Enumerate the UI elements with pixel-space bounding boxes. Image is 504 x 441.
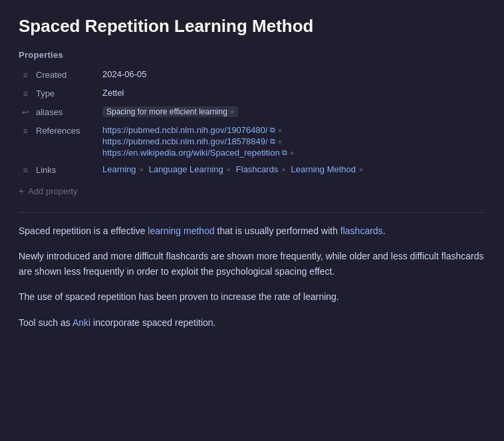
page-title: Spaced Repetition Learning Method [19,16,485,37]
reference-link-1[interactable]: https://pubmed.ncbi.nlm.nih.gov/19076480… [102,125,268,135]
link-flashcards[interactable]: Flashcards [236,164,279,174]
external-icon-3: ⧉ [282,148,287,157]
type-list-icon: ≡ [19,89,32,98]
properties-section: Properties ≡ Created 2024-06-05 ≡ Type Z… [19,50,485,199]
paragraph-4: Tool such as Anki incorporate spaced rep… [19,315,485,330]
property-row-references: ≡ References https://pubmed.ncbi.nlm.nih… [19,122,485,162]
alias-tag-text: Spacing for more efficient learning [106,107,227,116]
link-remove-learning[interactable]: × [140,166,144,174]
link-tag-language-learning: Language Learning× [149,164,233,174]
external-icon-1: ⧉ [270,126,275,134]
reference-line-3: https://en.wikipedia.org/wiki/Spaced_rep… [102,148,485,158]
paragraph1-text-after: . [383,225,386,236]
property-row-aliases: ↩ aliases Spacing for more efficient lea… [19,104,485,122]
links-value: Learning× Language Learning× Flashcards×… [102,164,485,174]
aliases-value: Spacing for more efficient learning × [102,106,485,117]
section-divider [19,212,485,213]
references-value: https://pubmed.ncbi.nlm.nih.gov/19076480… [102,125,485,159]
reference-remove-3[interactable]: × [290,149,294,157]
paragraph4-text-before: Tool such as [19,317,72,328]
paragraph-1: Spaced repetition is a effective learnin… [19,223,485,238]
list-icon: ≡ [19,71,32,80]
link-tag-flashcards: Flashcards× [236,164,289,174]
alias-remove-button[interactable]: × [230,108,234,116]
paragraph1-text-before: Spaced repetition is a effective [19,225,148,236]
add-property-label: Add property [28,186,77,196]
created-value: 2024-06-05 [102,69,485,79]
flashcards-link[interactable]: flashcards [340,225,383,236]
references-icon: ≡ [19,126,32,136]
link-tag-learning: Learning× [102,164,146,174]
external-icon-2: ⧉ [270,137,275,146]
reference-line-1: https://pubmed.ncbi.nlm.nih.gov/19076480… [102,125,485,135]
property-row-links: ≡ Links Learning× Language Learning× Fla… [19,162,485,180]
learning-method-link[interactable]: learning method [148,225,214,236]
link-tag-learning-method: Learning Method× [291,164,363,174]
anki-link[interactable]: Anki [72,317,90,328]
link-remove-flashcards[interactable]: × [281,166,285,174]
link-language-learning[interactable]: Language Learning [149,164,223,174]
paragraph-3: The use of spaced repetition has been pr… [19,289,485,304]
type-label: Type [36,88,102,98]
link-learning[interactable]: Learning [102,164,136,174]
reference-line-2: https://pubmed.ncbi.nlm.nih.gov/18578849… [102,136,485,146]
reference-remove-2[interactable]: × [278,138,282,146]
paragraph4-text-after: incorporate spaced repetition. [90,317,215,328]
reference-link-3[interactable]: https://en.wikipedia.org/wiki/Spaced_rep… [102,148,280,158]
link-learning-method[interactable]: Learning Method [291,164,356,174]
property-row-type: ≡ Type Zettel [19,85,485,104]
links-icon: ≡ [19,166,32,175]
type-value: Zettel [102,88,485,98]
properties-label: Properties [19,50,485,60]
link-remove-language-learning[interactable]: × [227,166,231,174]
add-icon: + [19,186,24,196]
paragraph1-text-middle: that is usually performed with [215,225,340,236]
content-section: Spaced repetition is a effective learnin… [19,223,485,330]
aliases-label: aliases [36,106,102,117]
links-label: Links [36,164,102,175]
alias-tag: Spacing for more efficient learning × [102,106,238,117]
created-label: Created [36,69,102,80]
aliases-icon: ↩ [19,108,32,117]
add-property-button[interactable]: + Add property [19,183,485,199]
link-remove-learning-method[interactable]: × [359,166,363,174]
reference-remove-1[interactable]: × [278,126,282,134]
property-row-created: ≡ Created 2024-06-05 [19,67,485,85]
paragraph-2: Newly introduced and more difficult flas… [19,249,485,279]
references-label: References [36,125,102,136]
reference-link-2[interactable]: https://pubmed.ncbi.nlm.nih.gov/18578849… [102,136,268,146]
